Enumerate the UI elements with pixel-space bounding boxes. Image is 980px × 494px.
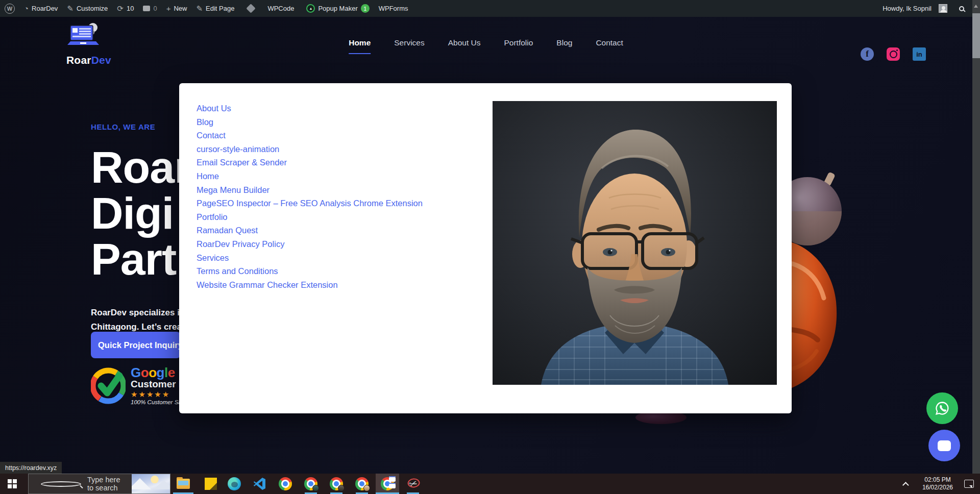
taskbar-clock[interactable]: 02:05 PM 16/02/2026	[922, 476, 953, 491]
windows-taskbar: Type here to search ✂ 02:05 PM 16/02/202…	[0, 474, 980, 494]
linkedin-icon[interactable]: in	[913, 47, 926, 61]
modal-link[interactable]: Portfolio	[197, 210, 423, 224]
brush-icon: ✎	[67, 5, 74, 12]
modal-link[interactable]: PageSEO Inspector – Free SEO Analysis Ch…	[197, 196, 423, 210]
profile-badge	[338, 485, 345, 491]
profile-badge	[312, 485, 319, 491]
status-url: https://roardev.xyz	[5, 464, 57, 472]
edge-icon	[228, 477, 241, 490]
site-logo[interactable]: RoarDev	[66, 22, 111, 66]
chrome-icon	[381, 477, 394, 490]
taskbar-chrome-active[interactable]	[376, 474, 399, 494]
sticky-notes-icon	[205, 478, 217, 490]
clock-date: 16/02/2026	[922, 484, 953, 491]
modal-link[interactable]: Mega Menu Builder	[197, 183, 423, 197]
notification-center-icon[interactable]	[964, 480, 974, 488]
seo-menu[interactable]	[242, 0, 260, 17]
modal-link[interactable]: Website Grammar Checker Extension	[197, 278, 423, 292]
modal-link[interactable]: Services	[197, 251, 423, 265]
wpforms-label: WPForms	[379, 5, 408, 12]
site-menu[interactable]: ◔RoarDev	[19, 0, 62, 17]
instagram-icon[interactable]	[887, 47, 900, 61]
taskbar-chrome-profile-3[interactable]	[350, 474, 374, 494]
taskbar-edge[interactable]	[223, 474, 246, 494]
comment-icon	[143, 6, 150, 11]
link-status-tooltip: https://roardev.xyz	[0, 462, 62, 474]
popup-maker-label: Popup Maker	[318, 5, 357, 12]
chat-button[interactable]	[928, 430, 960, 461]
clock-time: 02:05 PM	[922, 476, 953, 484]
nav-home[interactable]: Home	[349, 38, 371, 54]
scrollbar-thumb[interactable]	[972, 13, 980, 58]
scroll-up-arrow[interactable]	[974, 5, 978, 8]
quick-project-inquiry-button[interactable]: Quick Project Inquiry	[91, 332, 181, 358]
chrome-icon	[279, 477, 292, 490]
plus-icon: +	[166, 5, 171, 12]
browser-scrollbar[interactable]	[972, 0, 980, 486]
taskbar-chrome-profile-1[interactable]	[299, 474, 323, 494]
dashboard-icon: ◔	[24, 5, 29, 12]
wpforms-menu[interactable]: WPForms	[374, 0, 413, 17]
start-button[interactable]	[0, 474, 24, 494]
modal-link[interactable]: Terms and Conditions	[197, 264, 423, 278]
admin-search[interactable]	[954, 0, 969, 17]
search-icon	[41, 481, 81, 487]
modal-link[interactable]: Contact	[197, 129, 423, 142]
edit-page-menu[interactable]: ✎Edit Page	[191, 0, 239, 17]
nav-portfolio[interactable]: Portfolio	[504, 38, 533, 54]
taskbar-snipping-tool[interactable]: ✂	[401, 474, 425, 494]
bing-daily-image[interactable]	[132, 474, 170, 493]
diamond-icon	[247, 4, 256, 13]
modal-link[interactable]: Blog	[197, 115, 423, 129]
taskbar-chrome-profile-2[interactable]	[325, 474, 348, 494]
updates-menu[interactable]: ⟳10	[112, 0, 138, 17]
new-content-menu[interactable]: +New	[162, 0, 192, 17]
profile-badge	[363, 485, 370, 491]
howdy-label: Howdy, Ik Sopnil	[883, 5, 932, 12]
tray-chevron-icon[interactable]	[902, 482, 909, 488]
modal-link[interactable]: cursor-style-animation	[197, 142, 423, 156]
popup-maker-icon: ▲	[306, 4, 315, 13]
taskbar-chrome[interactable]	[274, 474, 297, 494]
chrome-icon	[355, 477, 369, 490]
wordpress-icon: W	[5, 4, 15, 14]
google-check-icon	[91, 367, 126, 404]
wpcode-label: WPCode	[267, 5, 294, 12]
file-explorer-icon	[177, 479, 190, 489]
nav-contact[interactable]: Contact	[596, 38, 623, 54]
vscode-icon	[253, 477, 266, 490]
facebook-icon[interactable]: f	[861, 47, 874, 61]
search-icon	[959, 6, 964, 11]
update-icon: ⟳	[117, 5, 124, 12]
comments-menu[interactable]: 0	[138, 0, 161, 17]
modal-link[interactable]: RoarDev Privacy Policy	[197, 237, 423, 251]
windows-icon	[8, 479, 17, 488]
modal-link[interactable]: About Us	[197, 102, 423, 115]
customize-menu[interactable]: ✎Customize	[62, 0, 112, 17]
whatsapp-button[interactable]	[926, 392, 958, 424]
main-nav: Home Services About Us Portfolio Blog Co…	[349, 38, 623, 54]
avatar	[939, 4, 947, 13]
account-menu[interactable]: Howdy, Ik Sopnil	[878, 0, 947, 17]
search-placeholder: Type here to search	[87, 476, 126, 492]
portrait-photo	[493, 101, 777, 385]
taskbar-file-explorer[interactable]	[172, 474, 195, 494]
modal-link[interactable]: Ramadan Quest	[197, 224, 423, 237]
wpcode-menu[interactable]: WPCode	[263, 0, 299, 17]
logo-text: RoarDev	[66, 54, 111, 66]
taskbar-search[interactable]: Type here to search	[28, 474, 170, 494]
modal-link[interactable]: Home	[197, 169, 423, 183]
taskbar-sticky-notes[interactable]	[199, 474, 223, 494]
modal-link[interactable]: Email Scraper & Sender	[197, 156, 423, 169]
nav-about[interactable]: About Us	[448, 38, 481, 54]
social-links: f in	[861, 47, 926, 61]
hero-paragraph: RoarDev specializes in U Chittagong. Let…	[91, 306, 193, 334]
wp-logo-menu[interactable]: W	[0, 0, 19, 17]
taskbar-vscode[interactable]	[248, 474, 272, 494]
nav-blog[interactable]: Blog	[556, 38, 572, 54]
edit-page-label: Edit Page	[206, 5, 234, 12]
nav-services[interactable]: Services	[394, 38, 424, 54]
popup-maker-menu[interactable]: ▲Popup Maker1	[302, 0, 374, 17]
customize-label: Customize	[77, 5, 108, 12]
system-tray: 02:05 PM 16/02/2026	[904, 474, 980, 494]
